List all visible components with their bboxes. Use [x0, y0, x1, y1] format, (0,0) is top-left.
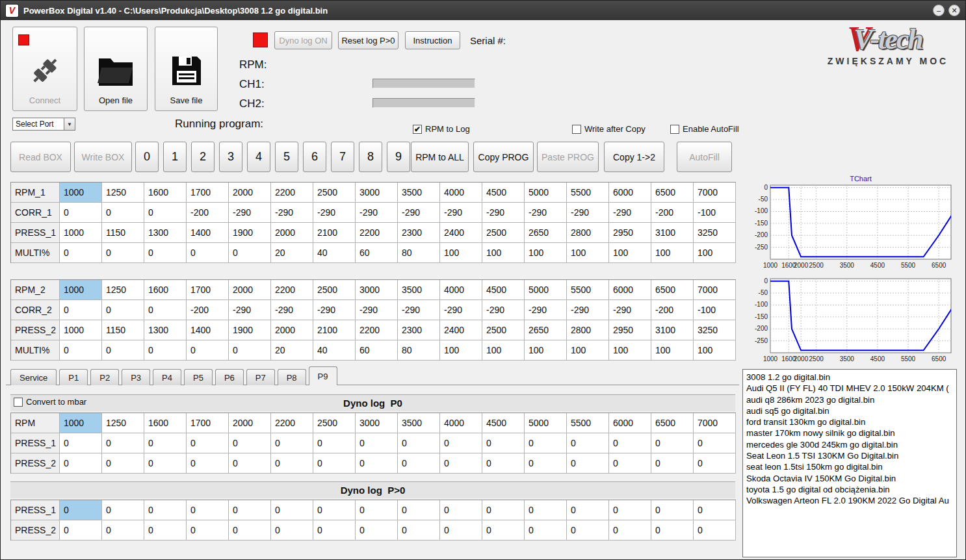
table-cell[interactable]: 100 [482, 340, 525, 361]
table-cell[interactable]: 5000 [525, 413, 567, 433]
copy-1-to-2-button[interactable]: Copy 1->2 [604, 142, 664, 172]
table-cell[interactable]: 0 [525, 433, 567, 453]
digit-button-8[interactable]: 8 [359, 142, 382, 172]
digit-button-6[interactable]: 6 [303, 142, 326, 172]
table-cell[interactable]: 7000 [694, 413, 736, 433]
table-cell[interactable]: 2300 [398, 320, 440, 340]
table-cell[interactable]: -290 [482, 300, 525, 320]
table-cell[interactable]: 100 [651, 243, 694, 263]
file-list-item[interactable]: audi q8 286km 2023 go digital.bin [746, 394, 953, 405]
table-cell[interactable]: 0 [229, 243, 271, 263]
table-cell[interactable]: 0 [313, 520, 356, 541]
file-list-item[interactable]: mercedes gle 300d 245km go digital.bin [746, 439, 953, 450]
table-cell[interactable]: 0 [102, 340, 144, 361]
table-cell[interactable]: 0 [144, 433, 187, 453]
rpm-to-all-button[interactable]: RPM to ALL [411, 142, 469, 172]
table-cell[interactable]: 0 [229, 433, 271, 453]
table-cell[interactable]: 0 [694, 520, 736, 541]
table-cell[interactable]: 0 [525, 453, 567, 474]
table-cell[interactable]: 2800 [567, 223, 609, 243]
table-cell[interactable]: 0 [398, 433, 440, 453]
table-cell[interactable]: 0 [482, 433, 525, 453]
table-cell[interactable]: 1000 [60, 320, 102, 340]
digit-button-3[interactable]: 3 [219, 142, 242, 172]
table-cell[interactable]: 5500 [567, 413, 609, 433]
table-cell[interactable]: 2100 [313, 320, 356, 340]
tab-p5[interactable]: P5 [184, 369, 213, 385]
table-cell[interactable]: 0 [567, 433, 609, 453]
table-cell[interactable]: 0 [567, 453, 609, 474]
file-list-item[interactable]: Seat Leon 1.5 TSI 130KM Go Digital.bin [746, 450, 953, 461]
table-cell[interactable]: -290 [356, 203, 398, 223]
table-cell[interactable]: 0 [144, 300, 187, 320]
table-cell[interactable]: 60 [356, 243, 398, 263]
table-cell[interactable]: 0 [440, 453, 482, 474]
table-cell[interactable]: 1300 [144, 320, 187, 340]
table-cell[interactable]: 2500 [313, 413, 356, 433]
table-cell[interactable]: 2950 [609, 223, 651, 243]
table-cell[interactable]: 1700 [187, 280, 229, 300]
table-cell[interactable]: 0 [60, 433, 102, 453]
table-cell[interactable]: 1150 [102, 223, 144, 243]
table-cell[interactable]: 1900 [229, 320, 271, 340]
table-cell[interactable]: 0 [482, 500, 525, 520]
table-cell[interactable]: 0 [271, 500, 313, 520]
file-list-item[interactable]: toyota 1.5 go digital od obciążenia.bin [746, 484, 953, 495]
table-cell[interactable]: 1400 [187, 223, 229, 243]
file-list-item[interactable]: Volkswagen Arteon FL 2.0 190KM 2022 Go D… [746, 495, 953, 506]
table-cell[interactable]: 3250 [694, 223, 736, 243]
table-cell[interactable]: 0 [144, 453, 187, 474]
table-cell[interactable]: 0 [187, 520, 229, 541]
table-cell[interactable]: 2200 [356, 223, 398, 243]
table-cell[interactable]: 0 [60, 453, 102, 474]
instruction-button[interactable]: Instruction [405, 31, 460, 49]
chevron-down-icon[interactable]: ▼ [64, 118, 75, 130]
digit-button-7[interactable]: 7 [331, 142, 354, 172]
table-cell[interactable]: 6000 [609, 280, 651, 300]
table-cell[interactable]: 0 [102, 500, 144, 520]
table-cell[interactable]: 20 [271, 243, 313, 263]
table-cell[interactable]: 2500 [482, 223, 525, 243]
table-cell[interactable]: 0 [609, 500, 651, 520]
minimize-button[interactable]: – [933, 5, 945, 16]
table-cell[interactable]: 2800 [567, 320, 609, 340]
file-list-item[interactable]: 3008 1.2 go digital.bin [746, 372, 953, 383]
table-cell[interactable]: 0 [651, 453, 694, 474]
table-cell[interactable]: 0 [440, 520, 482, 541]
autofill-button[interactable]: AutoFill [677, 142, 732, 172]
table-cell[interactable]: 2200 [356, 320, 398, 340]
table-cell[interactable]: 2000 [229, 183, 271, 203]
table-cell[interactable]: 2500 [482, 320, 525, 340]
file-list-item[interactable]: Audi Q5 II (FY FL) 40 TDI MHEV 2.0 150kW… [746, 383, 953, 394]
table-cell[interactable]: 0 [482, 453, 525, 474]
table-cell[interactable]: 100 [694, 243, 736, 263]
table-cell[interactable]: 0 [144, 520, 187, 541]
table-cell[interactable]: 0 [144, 203, 187, 223]
table-cell[interactable]: 80 [398, 340, 440, 361]
table-cell[interactable]: 0 [60, 340, 102, 361]
tab-p3[interactable]: P3 [122, 369, 150, 385]
table-cell[interactable]: 0 [313, 433, 356, 453]
table-cell[interactable]: 0 [60, 203, 102, 223]
table-cell[interactable]: -100 [694, 300, 736, 320]
table-cell[interactable]: 100 [482, 243, 525, 263]
table-cell[interactable]: -290 [525, 203, 567, 223]
table-cell[interactable]: 1600 [144, 183, 187, 203]
tab-p6[interactable]: P6 [215, 369, 244, 385]
table-cell[interactable]: 0 [187, 500, 229, 520]
table-cell[interactable]: 3500 [398, 280, 440, 300]
table-cell[interactable]: 0 [609, 453, 651, 474]
tab-service[interactable]: Service [10, 369, 57, 385]
table-cell[interactable]: 0 [102, 300, 144, 320]
table-cell[interactable]: 0 [651, 500, 694, 520]
table-cell[interactable]: 6500 [651, 413, 694, 433]
table-cell[interactable]: 3250 [694, 320, 736, 340]
close-button[interactable]: ✕ [948, 5, 960, 16]
table-cell[interactable]: 2200 [271, 280, 313, 300]
table-cell[interactable]: -290 [567, 203, 609, 223]
table-cell[interactable]: 0 [609, 433, 651, 453]
enable-autofill-checkbox[interactable]: Enable AutoFill [670, 124, 739, 134]
table-cell[interactable]: 0 [187, 243, 229, 263]
table-cell[interactable]: 40 [313, 340, 356, 361]
table-cell[interactable]: 2500 [313, 280, 356, 300]
